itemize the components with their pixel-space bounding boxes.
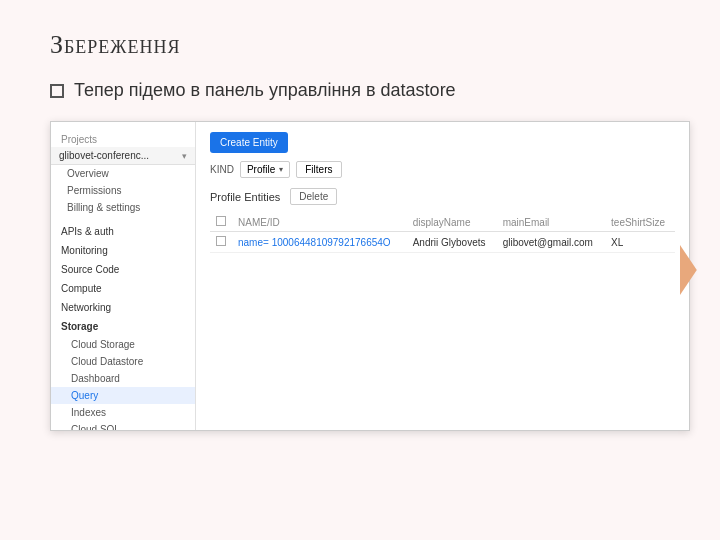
sidebar-item-overview[interactable]: Overview <box>51 165 195 182</box>
col-display-name: displayName <box>407 213 497 232</box>
bullet-icon <box>50 84 64 98</box>
sidebar-item-billing[interactable]: Billing & settings <box>51 199 195 216</box>
sidebar-item-apis[interactable]: APIs & auth <box>51 222 195 241</box>
sidebar-item-networking[interactable]: Networking <box>51 298 195 317</box>
kind-value: Profile <box>247 164 275 175</box>
row-checkbox-cell <box>210 232 232 253</box>
table-row: name= 10006448109792176654O Andrii Glybo… <box>210 232 675 253</box>
sidebar-item-query[interactable]: Query <box>51 387 195 404</box>
sidebar-item-cloud-datastore[interactable]: Cloud Datastore <box>51 353 195 370</box>
right-arrow <box>680 245 708 295</box>
screenshot-frame: Projects glibovet-conferenc... ▾ Overvie… <box>50 121 690 431</box>
slide-title: Збереження <box>50 30 670 60</box>
sidebar-item-monitoring[interactable]: Monitoring <box>51 241 195 260</box>
sidebar-item-cloud-sql[interactable]: Cloud SQL <box>51 421 195 430</box>
row-main-email: glibovet@gmail.com <box>497 232 605 253</box>
entities-table: NAME/ID displayName mainEmail teeShirtSi… <box>210 213 675 253</box>
kind-label: KIND <box>210 164 234 175</box>
project-menu-icon[interactable]: ▾ <box>182 151 187 161</box>
col-name-id: NAME/ID <box>232 213 407 232</box>
row-checkbox[interactable] <box>216 236 226 246</box>
delete-button[interactable]: Delete <box>290 188 337 205</box>
project-name: glibovet-conferenc... <box>59 150 182 161</box>
create-entity-button[interactable]: Create Entity <box>210 132 288 153</box>
sidebar-item-indexes[interactable]: Indexes <box>51 404 195 421</box>
sidebar-item-dashboard[interactable]: Dashboard <box>51 370 195 387</box>
entity-link[interactable]: name= 10006448109792176654O <box>238 237 391 248</box>
col-tee-shirt-size: teeShirtSize <box>605 213 675 232</box>
sidebar-item-storage[interactable]: Storage <box>51 317 195 336</box>
bullet-text: Тепер підемо в панель управління в datas… <box>74 80 456 101</box>
sidebar-item-source-code[interactable]: Source Code <box>51 260 195 279</box>
entity-section-header: Profile Entities Delete <box>210 188 675 205</box>
sidebar-project[interactable]: glibovet-conferenc... ▾ <box>51 147 195 165</box>
header-checkbox[interactable] <box>216 216 226 226</box>
row-display-name: Andrii Glybovets <box>407 232 497 253</box>
filter-row: KIND Profile ▾ Filters <box>210 161 675 178</box>
col-main-email: mainEmail <box>497 213 605 232</box>
slide-container: Збереження Тепер підемо в панель управлі… <box>0 0 720 540</box>
kind-select[interactable]: Profile ▾ <box>240 161 290 178</box>
sidebar-item-permissions[interactable]: Permissions <box>51 182 195 199</box>
sidebar-item-cloud-storage[interactable]: Cloud Storage <box>51 336 195 353</box>
kind-select-arrow: ▾ <box>279 165 283 174</box>
filters-button[interactable]: Filters <box>296 161 341 178</box>
row-tee-shirt-size: XL <box>605 232 675 253</box>
projects-label: Projects <box>51 130 195 147</box>
main-content: Create Entity KIND Profile ▾ Filters Pro… <box>196 122 689 430</box>
profile-entities-title: Profile Entities <box>210 191 280 203</box>
bullet-point: Тепер підемо в панель управління в datas… <box>50 80 670 101</box>
sidebar-item-compute[interactable]: Compute <box>51 279 195 298</box>
header-checkbox-cell <box>210 213 232 232</box>
row-name-id: name= 10006448109792176654O <box>232 232 407 253</box>
sidebar: Projects glibovet-conferenc... ▾ Overvie… <box>51 122 196 430</box>
